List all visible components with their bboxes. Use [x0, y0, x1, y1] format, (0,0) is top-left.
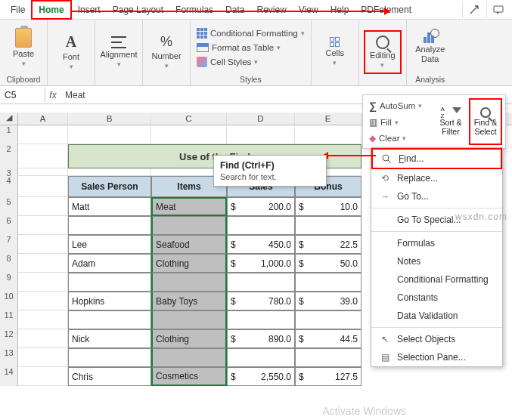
format-as-table-button[interactable]: Format as Table▾ [195, 42, 306, 54]
table-cell[interactable]: Clothing [151, 254, 227, 273]
table-cell[interactable] [295, 273, 362, 292]
sort-filter-button[interactable]: Sort & Filter [434, 98, 467, 145]
menu-conditional-formatting[interactable]: Conditional Formatting [371, 270, 502, 289]
menu-selection-pane[interactable]: ▤Selection Pane... [371, 348, 502, 366]
table-cell[interactable] [295, 216, 362, 235]
tab-review[interactable]: Review [250, 2, 292, 18]
table-cell[interactable] [227, 348, 295, 367]
svg-line-2 [388, 160, 391, 163]
menu-constants[interactable]: Constants [371, 289, 502, 307]
select-all-corner[interactable]: ◢ [0, 113, 18, 125]
activate-windows: Activate Windows [323, 405, 406, 417]
tab-formulas[interactable]: Formulas [169, 2, 219, 18]
table-cell[interactable]: Chris [68, 367, 151, 386]
cells-button[interactable]: Cells ▾ [316, 30, 354, 74]
menu-data-validation[interactable]: Data Validation [371, 307, 502, 325]
group-clipboard-label: Clipboard [0, 75, 47, 85]
conditional-formatting-button[interactable]: Conditional Formatting▾ [195, 26, 306, 40]
watermark: wsxdn.com [455, 212, 507, 222]
table-cell[interactable]: 50.0 [295, 254, 362, 273]
table-cell[interactable]: 127.5 [295, 367, 362, 386]
table-cell[interactable] [151, 348, 227, 367]
table-cell[interactable]: Clothing [151, 329, 227, 348]
table-cell[interactable]: Meat [151, 197, 227, 216]
editing-button[interactable]: Editing ▾ [364, 30, 402, 74]
table-cell[interactable] [151, 273, 227, 292]
table-cell[interactable]: 2,550.0 [227, 367, 295, 386]
table-cell[interactable]: Cosmetics [151, 367, 227, 386]
fill-button[interactable]: ▥Fill ▾ [366, 116, 434, 129]
table-cell[interactable]: Lee [68, 235, 151, 254]
menu-goto[interactable]: →Go To... [371, 187, 502, 205]
font-icon: A [66, 33, 76, 51]
table-cell[interactable] [227, 273, 295, 292]
autosum-button[interactable]: ∑AutoSum ▾ [366, 98, 434, 113]
comments-icon[interactable] [486, 2, 509, 18]
col-B[interactable]: B [68, 113, 151, 125]
col-A[interactable]: A [18, 113, 68, 125]
table-cell[interactable] [295, 310, 362, 329]
table-cell[interactable]: 22.5 [295, 235, 362, 254]
table-cell[interactable]: 780.0 [227, 292, 295, 310]
analyze-data-button[interactable]: Analyze Data [411, 26, 449, 69]
table-cell[interactable]: 10.0 [295, 197, 362, 216]
pane-icon: ▤ [379, 352, 391, 363]
table-cell[interactable] [295, 348, 362, 367]
table-cell[interactable]: 450.0 [227, 235, 295, 254]
table-cell[interactable]: Adam [68, 254, 151, 273]
paste-button[interactable]: Paste ▾ [5, 26, 42, 69]
header-sales-person: Sales Person [68, 176, 151, 197]
col-D[interactable]: D [227, 113, 295, 125]
share-icon[interactable] [462, 2, 485, 18]
col-E[interactable]: E [295, 113, 362, 125]
table-cell[interactable]: 890.0 [227, 329, 295, 348]
tab-file[interactable]: File [5, 2, 31, 18]
align-icon [111, 36, 126, 48]
tab-data[interactable]: Data [219, 2, 250, 18]
menu-select-objects[interactable]: ↖Select Objects [371, 330, 502, 348]
tab-pdfelement[interactable]: PDFelement [355, 2, 417, 18]
table-cell[interactable]: Baby Toys [151, 292, 227, 310]
svg-rect-0 [494, 6, 503, 12]
clipboard-icon [15, 28, 32, 48]
number-button[interactable]: % Number ▾ [147, 30, 185, 74]
group-analysis-label: Analysis [407, 75, 454, 85]
sort-icon [441, 107, 451, 118]
font-button[interactable]: A Font ▾ [52, 30, 90, 74]
menu-find[interactable]: Find... [371, 148, 502, 169]
menu-replace[interactable]: ⟲Replace... [371, 169, 502, 187]
funnel-icon [452, 107, 461, 118]
col-C[interactable]: C [151, 113, 227, 125]
table-cell[interactable] [68, 273, 151, 292]
menu-notes[interactable]: Notes [371, 252, 502, 270]
table-cell[interactable] [151, 216, 227, 235]
table-cell[interactable] [68, 310, 151, 329]
cell-styles-button[interactable]: Cell Styles▾ [195, 55, 306, 69]
table-cell[interactable]: Matt [68, 197, 151, 216]
table-cell[interactable] [68, 348, 151, 367]
table-cell[interactable]: Hopkins [68, 292, 151, 310]
table-cell[interactable] [151, 310, 227, 329]
table-cell[interactable]: Seafood [151, 235, 227, 254]
tab-page-layout[interactable]: Page Layout [107, 2, 169, 18]
tab-insert[interactable]: Insert [72, 2, 107, 18]
table-cell[interactable]: Nick [68, 329, 151, 348]
tab-home[interactable]: Home [31, 0, 71, 20]
alignment-button[interactable]: Alignment ▾ [100, 30, 138, 74]
table-cell[interactable]: 39.0 [295, 292, 362, 310]
menu-formulas[interactable]: Formulas [371, 234, 502, 252]
svg-point-1 [383, 155, 389, 161]
table-cell[interactable]: 44.5 [295, 329, 362, 348]
tab-view[interactable]: View [293, 2, 324, 18]
table-cell[interactable] [227, 310, 295, 329]
clear-button[interactable]: ◆Clear ▾ [366, 131, 434, 145]
group-styles-label: Styles [191, 75, 311, 85]
fx-icon[interactable]: fx [45, 90, 61, 100]
tab-help[interactable]: Help [324, 2, 355, 18]
find-select-button[interactable]: Find & Select [469, 98, 502, 145]
table-cell[interactable]: 200.0 [227, 197, 295, 216]
table-cell[interactable] [68, 216, 151, 235]
table-cell[interactable]: 1,000.0 [227, 254, 295, 273]
name-box[interactable]: C5 [0, 88, 45, 103]
table-cell[interactable] [227, 216, 295, 235]
